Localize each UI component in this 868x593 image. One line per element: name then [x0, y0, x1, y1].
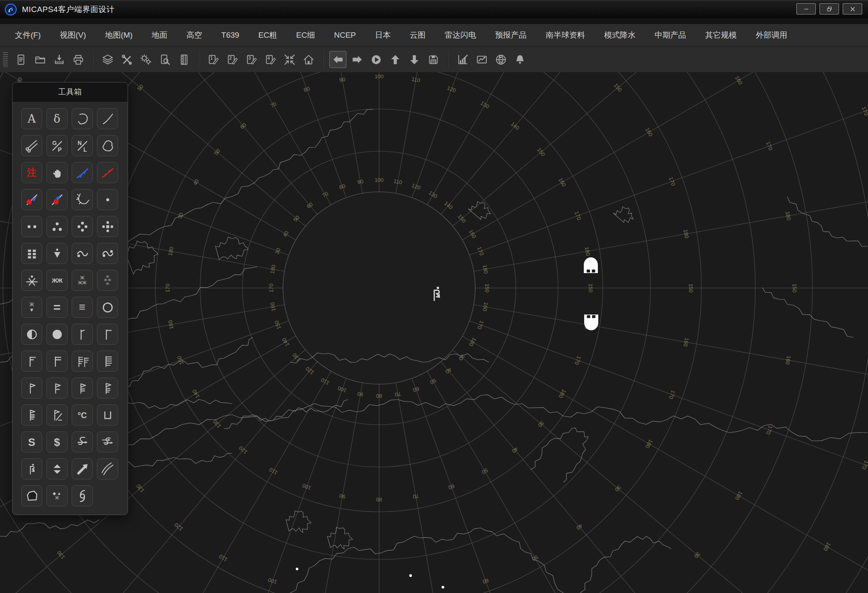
restore-button[interactable]: [820, 3, 839, 15]
home-button[interactable]: [300, 51, 317, 68]
open-folder-button[interactable]: [31, 51, 48, 68]
wind-flag-barb-tool[interactable]: [46, 378, 68, 399]
rainstorm-tool[interactable]: [97, 216, 118, 237]
close-button[interactable]: [843, 3, 862, 15]
cut-tool[interactable]: [21, 135, 42, 156]
s-symbol-tool[interactable]: S: [21, 431, 42, 453]
menu-southern-hemisphere[interactable]: 南半球资料: [536, 24, 595, 46]
annotation-tool[interactable]: 注: [21, 162, 42, 183]
slant-curve-tool[interactable]: [97, 108, 118, 129]
import-save-button[interactable]: [51, 51, 68, 68]
curve-pen-tool[interactable]: δ: [46, 108, 68, 129]
station-dot[interactable]: [409, 574, 412, 577]
barbed-line-tool[interactable]: [72, 189, 93, 210]
squall-arrow-tool[interactable]: [72, 431, 93, 453]
shower-star-tool[interactable]: [21, 270, 42, 291]
collapse-button[interactable]: [281, 51, 298, 68]
new-document-button[interactable]: [12, 51, 29, 68]
symbol-combo-tool[interactable]: ◆ ▲Ж: [46, 485, 68, 506]
nl-switch-tool[interactable]: NL: [72, 135, 93, 156]
snow-shower-tool[interactable]: Ж▼: [21, 297, 42, 318]
moderate-snow-tool[interactable]: ЖЖЖ: [72, 270, 93, 291]
data-film-button[interactable]: [175, 51, 192, 68]
system-tools-button[interactable]: [118, 51, 135, 68]
toolbar-grip-handle[interactable]: [3, 52, 8, 67]
toolbox-titlebar[interactable]: 工具箱: [12, 82, 128, 102]
vertical-triangles-tool[interactable]: [46, 458, 68, 479]
station-dot[interactable]: [442, 586, 444, 588]
settings-button[interactable]: [137, 51, 154, 68]
menu-other-scales[interactable]: 其它规模: [696, 24, 746, 46]
menu-file[interactable]: 文件(F): [5, 24, 50, 46]
menu-map[interactable]: 地图(M): [96, 24, 142, 46]
funnel-cloud-tool[interactable]: [46, 243, 68, 264]
wind-barb-half-tool[interactable]: [72, 324, 93, 345]
wind-flag-three-tool[interactable]: [97, 378, 118, 399]
polar-map[interactable]: 1501501501501601601601601701701701701701…: [0, 72, 868, 593]
menu-view[interactable]: 视图(V): [50, 24, 95, 46]
grid-squares-tool[interactable]: [21, 243, 42, 264]
wind-barb-two-tool[interactable]: [46, 351, 68, 372]
save-button[interactable]: [425, 51, 442, 68]
wind-flag-two-tool[interactable]: [72, 378, 93, 399]
menu-ec-coarse[interactable]: EC粗: [249, 24, 286, 46]
menu-japan[interactable]: 日本: [365, 24, 400, 46]
wave-dot-tool[interactable]: [72, 243, 93, 264]
occluded-front-tool[interactable]: [21, 189, 42, 210]
station-dot[interactable]: [296, 568, 298, 570]
menu-medium-term[interactable]: 中期产品: [645, 24, 696, 46]
wind-flag-diagonal-tool[interactable]: [46, 404, 68, 426]
dot-tool[interactable]: [97, 189, 118, 210]
preview-search-button[interactable]: [156, 51, 173, 68]
move-arrow-tool[interactable]: [72, 458, 93, 479]
globe-button[interactable]: [492, 51, 509, 68]
back-button[interactable]: [329, 51, 346, 68]
minimize-button[interactable]: [796, 3, 816, 15]
closed-curve-tool[interactable]: [97, 135, 118, 156]
cold-front-tool[interactable]: [72, 162, 93, 183]
menu-surface[interactable]: 地面: [142, 24, 177, 46]
layers-button[interactable]: [99, 51, 116, 68]
menu-upper-air[interactable]: 高空: [177, 24, 212, 46]
heavy-rain-tool[interactable]: [72, 216, 93, 237]
menu-t639[interactable]: T639: [212, 24, 249, 46]
light-rain-tool[interactable]: [21, 216, 42, 237]
up-button[interactable]: [387, 51, 404, 68]
map-marker-up[interactable]: [584, 257, 598, 273]
down-button[interactable]: [406, 51, 423, 68]
light-snow-tool[interactable]: ЖЖ: [46, 270, 68, 291]
pan-tool[interactable]: [46, 162, 68, 183]
wind-flag-four-tool[interactable]: [21, 404, 42, 426]
menu-satellite[interactable]: 云图: [400, 24, 435, 46]
fog-tool[interactable]: ≡: [72, 297, 93, 318]
edit-panel-2-button[interactable]: 2: [224, 51, 241, 68]
track-point-tool[interactable]: [21, 458, 42, 479]
stationary-front-tool[interactable]: [46, 189, 68, 210]
map-marker-down[interactable]: [584, 315, 598, 330]
wind-barb-group-tool[interactable]: [72, 351, 93, 372]
menu-ncep[interactable]: NCEP: [324, 24, 365, 46]
menu-ec-fine[interactable]: EC细: [287, 24, 324, 46]
filled-circle-tool[interactable]: [46, 324, 68, 345]
wave-two-dots-tool[interactable]: [97, 243, 118, 264]
menu-radar-lightning[interactable]: 雷达闪电: [435, 24, 486, 46]
print-button[interactable]: [70, 51, 87, 68]
moderate-rain-tool[interactable]: [46, 216, 68, 237]
trend-image-button[interactable]: [473, 51, 490, 68]
edit-panel-4-button[interactable]: 4: [262, 51, 279, 68]
gp-switch-tool[interactable]: GP: [46, 135, 68, 156]
warm-front-tool[interactable]: [97, 162, 118, 183]
map-canvas[interactable]: 1501501501501601601601601701701701701701…: [0, 72, 868, 593]
wind-barb-one-half-tool[interactable]: [21, 351, 42, 372]
play-animation-button[interactable]: [368, 51, 384, 68]
chart-edit-button[interactable]: [454, 51, 471, 68]
heavy-snow-tool[interactable]: ЖЖ ЖЖ: [97, 270, 118, 291]
menu-model-precip[interactable]: 模式降水: [595, 24, 645, 46]
polygon-tool[interactable]: [21, 485, 42, 506]
edit-panel-1-button[interactable]: 1: [205, 51, 222, 68]
wind-barb-four-tool[interactable]: [97, 351, 118, 372]
circle-tool[interactable]: [97, 297, 118, 318]
bracket-tool[interactable]: [97, 404, 118, 426]
double-curve-tool[interactable]: [97, 458, 118, 479]
squall-double-arrow-tool[interactable]: [97, 431, 118, 453]
